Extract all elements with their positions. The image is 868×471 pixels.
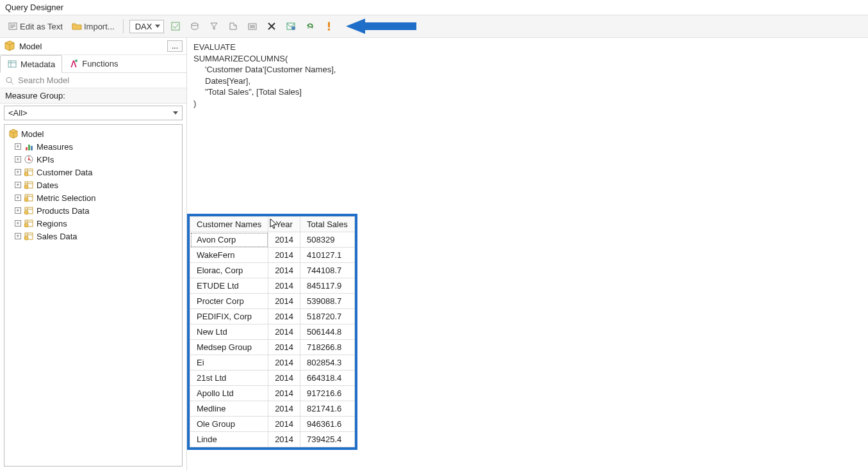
refresh-button[interactable] bbox=[302, 20, 318, 33]
column-header[interactable]: Year bbox=[268, 217, 300, 232]
table-cell: 2014 bbox=[268, 309, 300, 324]
toolbar-icon-1[interactable] bbox=[168, 20, 183, 33]
warning-button[interactable] bbox=[322, 20, 336, 33]
expander-icon[interactable]: + bbox=[15, 233, 21, 239]
model-tree[interactable]: Model +Measures+KPIs+Customer Data+Dates… bbox=[4, 124, 183, 467]
svg-rect-13 bbox=[28, 145, 30, 150]
table-row[interactable]: Avon Corp2014508329 bbox=[190, 232, 355, 248]
sidebar-tabs: Metadata Functions bbox=[0, 55, 186, 73]
table-cell: 2014 bbox=[268, 263, 300, 278]
table-cell: 2014 bbox=[268, 401, 300, 417]
search-row[interactable]: Search Model bbox=[0, 73, 186, 88]
query-panel: EVALUATE SUMMARIZECOLUMNS( 'Customer Dat… bbox=[187, 38, 868, 470]
tree-item[interactable]: +Products Data bbox=[6, 204, 181, 217]
toolbar-icon-4[interactable] bbox=[225, 20, 241, 33]
table-row[interactable]: Medsep Group2014718266.8 bbox=[190, 340, 355, 355]
tree-item-icon bbox=[24, 231, 34, 241]
table-cell: Medsep Group bbox=[190, 340, 268, 355]
table-cell: Procter Corp bbox=[190, 294, 268, 309]
tree-item[interactable]: +Customer Data bbox=[6, 166, 181, 179]
model-ellipsis-button[interactable]: ... bbox=[167, 40, 183, 52]
svg-point-6 bbox=[291, 26, 295, 30]
table-row[interactable]: Medline2014821741.6 bbox=[190, 401, 355, 417]
result-header-row: Customer NamesYearTotal Sales bbox=[190, 217, 355, 232]
toolbar-separator bbox=[123, 19, 124, 33]
tab-metadata[interactable]: Metadata bbox=[0, 55, 62, 73]
expander-icon[interactable]: + bbox=[15, 220, 21, 227]
expander-icon[interactable]: + bbox=[15, 143, 21, 150]
column-header[interactable]: Total Sales bbox=[300, 217, 355, 232]
tree-item-label: Regions bbox=[37, 219, 67, 228]
expander-icon[interactable]: + bbox=[15, 169, 21, 175]
table-row[interactable]: Ole Group2014946361.6 bbox=[190, 417, 355, 432]
query-text[interactable]: EVALUATE SUMMARIZECOLUMNS( 'Customer Dat… bbox=[193, 42, 862, 109]
svg-rect-1 bbox=[172, 22, 179, 30]
table-cell: 845117.9 bbox=[300, 278, 355, 294]
table-row[interactable]: Elorac, Corp2014744108.7 bbox=[190, 263, 355, 278]
table-row[interactable]: New Ltd2014506144.8 bbox=[190, 324, 355, 340]
measure-group-value: <All> bbox=[8, 108, 28, 118]
expander-icon[interactable]: + bbox=[15, 195, 21, 201]
tree-item-label: Metric Selection bbox=[37, 193, 95, 203]
table-row[interactable]: 21st Ltd2014664318.4 bbox=[190, 371, 355, 386]
import-button[interactable]: Import... bbox=[69, 20, 117, 33]
table-cell: 410127.1 bbox=[300, 248, 355, 263]
measure-group-select[interactable]: <All> bbox=[4, 106, 183, 120]
table-row[interactable]: PEDIFIX, Corp2014518720.7 bbox=[190, 309, 355, 324]
tree-item-icon bbox=[24, 193, 34, 203]
svg-rect-9 bbox=[8, 61, 16, 67]
tree-item-icon bbox=[24, 167, 34, 177]
toolbar-icon-5[interactable] bbox=[245, 20, 260, 33]
table-row[interactable]: Linde2014739425.4 bbox=[190, 432, 355, 447]
table-cell: 518720.7 bbox=[300, 309, 355, 324]
tree-item-icon bbox=[24, 180, 34, 190]
table-row[interactable]: ETUDE Ltd2014845117.9 bbox=[190, 278, 355, 294]
expander-icon[interactable]: + bbox=[15, 207, 21, 214]
svg-point-10 bbox=[75, 60, 78, 62]
table-cell: 917216.6 bbox=[300, 386, 355, 401]
table-row[interactable]: Apollo Ltd2014917216.6 bbox=[190, 386, 355, 401]
column-header[interactable]: Customer Names bbox=[190, 217, 268, 232]
edit-as-text-button[interactable]: Edit as Text bbox=[5, 20, 65, 33]
svg-rect-4 bbox=[250, 25, 255, 28]
tree-item[interactable]: +Measures bbox=[6, 140, 181, 153]
language-value: DAX bbox=[135, 22, 152, 31]
table-cell: WakeFern bbox=[190, 248, 268, 263]
model-label: Model bbox=[19, 42, 42, 51]
table-cell: New Ltd bbox=[190, 324, 268, 340]
svg-point-20 bbox=[24, 185, 28, 189]
tab-functions[interactable]: Functions bbox=[62, 55, 124, 72]
toolbar-icon-mail[interactable] bbox=[283, 20, 299, 33]
cube-icon bbox=[8, 129, 19, 139]
table-cell: 21st Ltd bbox=[190, 371, 268, 386]
table-cell: 2014 bbox=[268, 417, 300, 432]
tree-item-icon bbox=[24, 205, 34, 216]
expander-icon[interactable]: + bbox=[15, 156, 21, 163]
table-cell: 946361.6 bbox=[300, 417, 355, 432]
svg-point-2 bbox=[192, 23, 198, 26]
table-cell: 2014 bbox=[268, 371, 300, 386]
tree-item[interactable]: +Dates bbox=[6, 179, 181, 191]
language-dropdown[interactable]: DAX bbox=[129, 20, 165, 33]
expander-icon[interactable]: + bbox=[15, 182, 21, 188]
table-row[interactable]: Ei2014802854.3 bbox=[190, 355, 355, 371]
table-cell: 664318.4 bbox=[300, 371, 355, 386]
result-highlight-box: Customer NamesYearTotal Sales Avon Corp2… bbox=[187, 214, 357, 450]
toolbar-icon-2[interactable] bbox=[187, 20, 202, 33]
svg-point-11 bbox=[6, 77, 12, 83]
table-cell: Medline bbox=[190, 401, 268, 417]
search-icon bbox=[5, 76, 14, 85]
table-cell: 2014 bbox=[268, 340, 300, 355]
delete-button[interactable] bbox=[264, 20, 279, 33]
table-row[interactable]: WakeFern2014410127.1 bbox=[190, 248, 355, 263]
tree-item[interactable]: +KPIs bbox=[6, 153, 181, 166]
svg-point-28 bbox=[24, 236, 28, 240]
tree-root[interactable]: Model bbox=[6, 127, 181, 140]
result-table: Customer NamesYearTotal Sales Avon Corp2… bbox=[190, 216, 355, 447]
table-row[interactable]: Procter Corp2014539088.7 bbox=[190, 294, 355, 309]
tree-item[interactable]: +Sales Data bbox=[6, 230, 181, 243]
tree-item[interactable]: +Regions bbox=[6, 217, 181, 230]
folder-open-icon bbox=[72, 21, 82, 31]
toolbar-icon-3[interactable] bbox=[206, 20, 222, 33]
tree-item[interactable]: +Metric Selection bbox=[6, 191, 181, 204]
